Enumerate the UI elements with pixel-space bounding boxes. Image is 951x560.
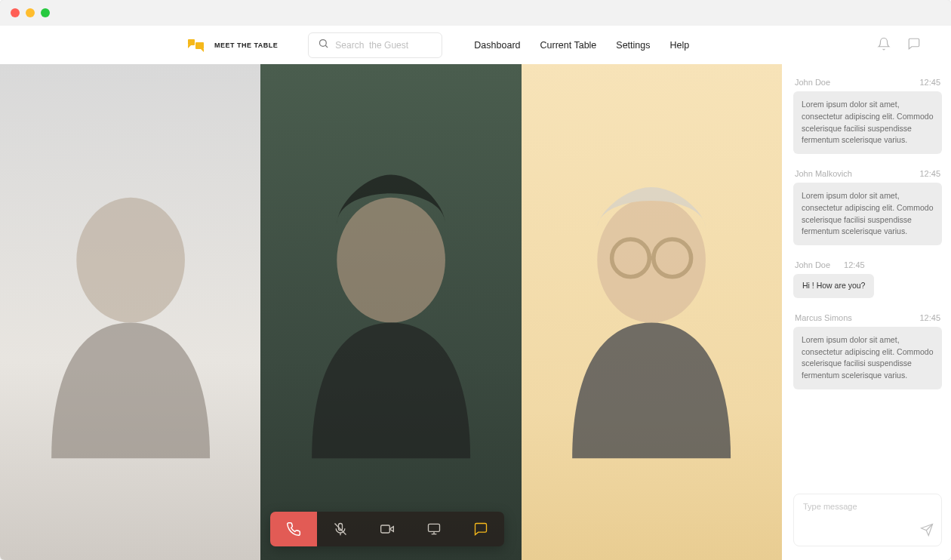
chat-text: Lorem ipsum dolor sit amet, consectetur …	[793, 91, 942, 154]
search-input[interactable]	[335, 40, 432, 51]
hangup-button[interactable]	[270, 512, 317, 546]
nav-current-table[interactable]: Current Table	[540, 40, 597, 51]
chat-message: John Malkovich 12:45 Lorem ipsum dolor s…	[793, 169, 942, 245]
chat-time: 12:45	[919, 78, 940, 87]
svg-rect-13	[381, 525, 390, 533]
participant-silhouette-icon	[26, 114, 235, 511]
nav-links: Dashboard Current Table Settings Help	[474, 40, 689, 51]
svg-point-4	[76, 198, 185, 323]
window-minimize-dot[interactable]	[26, 8, 35, 17]
send-icon[interactable]	[920, 523, 934, 540]
nav-help[interactable]: Help	[669, 40, 689, 51]
chat-sender: John Malkovich	[795, 169, 852, 178]
chat-time: 12:45	[919, 169, 940, 178]
video-tile-3[interactable]	[522, 64, 782, 560]
window-close-dot[interactable]	[11, 8, 20, 17]
logo-icon	[186, 38, 207, 52]
chat-text: Hi ! How are you?	[793, 274, 874, 298]
video-tile-2[interactable]	[260, 64, 521, 560]
svg-rect-1	[195, 42, 204, 49]
participant-silhouette-icon	[547, 114, 756, 511]
svg-line-3	[326, 45, 328, 48]
chat-panel: John Doe 12:45 Lorem ipsum dolor sit ame…	[782, 64, 951, 560]
screen-share-button[interactable]	[411, 512, 457, 546]
chat-time: 12:45	[919, 313, 940, 322]
video-grid	[0, 64, 782, 560]
top-nav: MEET THE TABLE Dashboard Current Table S…	[0, 26, 951, 64]
window-zoom-dot[interactable]	[41, 8, 50, 17]
chat-toggle-button[interactable]	[457, 512, 504, 546]
call-controls	[270, 512, 504, 546]
nav-action-icons	[877, 37, 921, 54]
svg-rect-14	[429, 524, 440, 531]
video-tile-1[interactable]	[0, 64, 260, 560]
search-icon	[318, 38, 329, 52]
bell-icon[interactable]	[877, 37, 891, 54]
chat-time: 12:45	[844, 260, 865, 269]
chat-sender: Marcus Simons	[795, 313, 852, 322]
svg-rect-0	[188, 39, 195, 45]
video-toggle-button[interactable]	[364, 512, 411, 546]
mic-mute-button[interactable]	[317, 512, 364, 546]
window-titlebar	[0, 0, 951, 26]
participant-silhouette-icon	[287, 114, 495, 511]
svg-point-2	[320, 40, 327, 47]
chat-message: John Doe 12:45 Hi ! How are you?	[793, 260, 942, 298]
search-box[interactable]	[308, 32, 442, 58]
chat-text: Lorem ipsum dolor sit amet, consectetur …	[793, 327, 942, 389]
logo-text: MEET THE TABLE	[214, 42, 278, 49]
chat-message: Marcus Simons 12:45 Lorem ipsum dolor si…	[793, 313, 942, 389]
app-window: MEET THE TABLE Dashboard Current Table S…	[0, 0, 951, 560]
nav-settings[interactable]: Settings	[616, 40, 650, 51]
chat-message: John Doe 12:45 Lorem ipsum dolor sit ame…	[793, 78, 942, 154]
chat-textarea[interactable]	[803, 502, 932, 538]
content-area: John Doe 12:45 Lorem ipsum dolor sit ame…	[0, 64, 951, 560]
nav-dashboard[interactable]: Dashboard	[474, 40, 520, 51]
chat-icon[interactable]	[907, 37, 921, 54]
logo[interactable]: MEET THE TABLE	[186, 38, 278, 52]
chat-text: Lorem ipsum dolor sit amet, consectetur …	[793, 183, 942, 245]
chat-message-list[interactable]: John Doe 12:45 Lorem ipsum dolor sit ame…	[783, 64, 951, 486]
svg-point-5	[337, 198, 445, 323]
chat-sender: John Doe	[795, 78, 830, 87]
chat-sender: John Doe	[795, 260, 830, 269]
chat-input-box[interactable]	[793, 494, 942, 546]
